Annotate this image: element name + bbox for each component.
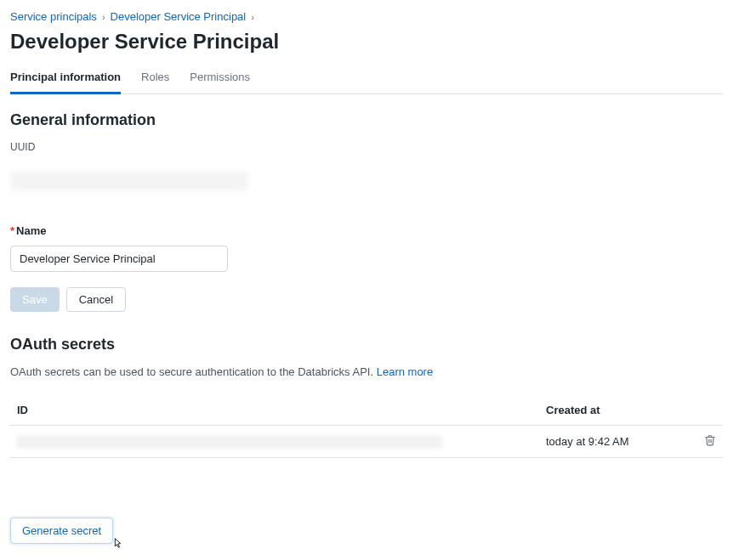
required-asterisk: * bbox=[10, 224, 14, 237]
tab-roles[interactable]: Roles bbox=[141, 65, 169, 94]
name-label: *Name bbox=[10, 224, 723, 237]
cursor-icon bbox=[111, 536, 124, 550]
oauth-secrets-table: ID Created at today at 9:42 AM bbox=[10, 395, 723, 458]
generate-secret-button[interactable]: Generate secret bbox=[10, 518, 113, 544]
trash-icon[interactable] bbox=[704, 434, 716, 446]
learn-more-link[interactable]: Learn more bbox=[377, 365, 433, 378]
col-header-created-at: Created at bbox=[539, 395, 692, 426]
name-input[interactable] bbox=[10, 246, 228, 272]
page-title: Developer Service Principal bbox=[10, 30, 723, 54]
breadcrumb-link-current[interactable]: Developer Service Principal bbox=[111, 10, 247, 23]
uuid-value-redacted bbox=[10, 172, 248, 190]
table-row: today at 9:42 AM bbox=[10, 426, 723, 458]
tabs: Principal information Roles Permissions bbox=[10, 65, 723, 94]
oauth-secrets-heading: OAuth secrets bbox=[10, 336, 723, 354]
col-header-id: ID bbox=[10, 395, 539, 426]
cancel-button[interactable]: Cancel bbox=[66, 287, 126, 312]
breadcrumb-separator: › bbox=[251, 12, 254, 22]
breadcrumb-separator: › bbox=[102, 12, 105, 22]
created-at-cell: today at 9:42 AM bbox=[539, 426, 692, 458]
breadcrumb: Service principals › Developer Service P… bbox=[10, 10, 723, 23]
oauth-subtext: OAuth secrets can be used to secure auth… bbox=[10, 365, 723, 378]
save-button[interactable]: Save bbox=[10, 287, 60, 312]
general-info-heading: General information bbox=[10, 111, 723, 129]
col-header-actions bbox=[692, 395, 723, 426]
tab-permissions[interactable]: Permissions bbox=[190, 65, 250, 94]
secret-id-redacted bbox=[17, 435, 442, 449]
uuid-label: UUID bbox=[10, 141, 723, 153]
breadcrumb-link-service-principals[interactable]: Service principals bbox=[10, 10, 97, 23]
tab-principal-information[interactable]: Principal information bbox=[10, 65, 121, 94]
